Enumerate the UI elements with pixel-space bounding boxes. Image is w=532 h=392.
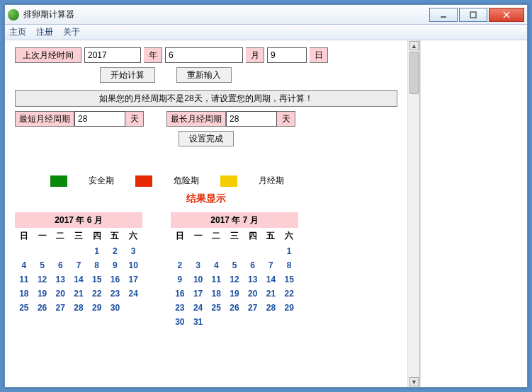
legend-menses: 月经期 [259, 175, 284, 187]
day-cell[interactable]: 18 [207, 287, 225, 301]
day-cell[interactable]: 23 [106, 287, 125, 301]
day-cell[interactable]: 20 [244, 287, 262, 301]
client-area: 上次月经时间 2017 年 6 月 9 日 开始计算 重新输入 如果您的月经周期… [5, 40, 527, 387]
day-cell[interactable]: 6 [51, 258, 69, 272]
menu-about[interactable]: 关于 [63, 26, 80, 38]
calendar-title: 2017 年 6 月 [15, 212, 142, 228]
app-window: 排卵期计算器 主页 注册 关于 上次月经时间 2017 年 6 月 9 日 开始… [4, 4, 528, 388]
day-cell[interactable]: 14 [69, 272, 88, 287]
day-cell[interactable]: 4 [207, 258, 225, 272]
day-cell[interactable]: 21 [262, 287, 281, 301]
day-cell[interactable]: 24 [189, 301, 208, 315]
window-title: 排卵期计算器 [23, 8, 429, 21]
min-cycle-label: 最短月经周期 [15, 111, 74, 127]
weekday-header: 四 [244, 228, 262, 244]
calculate-button[interactable]: 开始计算 [100, 67, 155, 83]
day-cell[interactable]: 30 [171, 315, 189, 329]
min-cycle-input[interactable]: 28 [74, 111, 125, 127]
day-cell[interactable]: 20 [51, 287, 69, 301]
day-cell[interactable]: 2 [171, 258, 189, 272]
day-cell[interactable]: 21 [69, 287, 88, 301]
day-cell[interactable]: 29 [280, 301, 298, 315]
weekday-header: 三 [69, 228, 88, 244]
day-cell[interactable]: 5 [33, 258, 52, 272]
day-cell[interactable]: 17 [189, 287, 208, 301]
day-cell[interactable]: 25 [15, 301, 33, 315]
day-cell[interactable]: 30 [106, 301, 125, 315]
day-cell[interactable]: 22 [280, 287, 298, 301]
scroll-down-icon[interactable]: ▼ [409, 377, 419, 386]
cycle-info: 如果您的月经周期不是28天，请设置您的周期，再计算！ [15, 90, 397, 107]
day-cell[interactable]: 9 [106, 258, 125, 272]
month-unit: 月 [246, 47, 264, 63]
day-cell[interactable]: 27 [244, 301, 262, 315]
day-cell[interactable]: 23 [171, 301, 189, 315]
day-cell[interactable]: 8 [280, 258, 298, 272]
day-cell[interactable]: 19 [33, 287, 52, 301]
scroll-thumb[interactable] [409, 52, 419, 94]
day-cell[interactable]: 7 [69, 258, 88, 272]
minimize-button[interactable] [429, 8, 458, 22]
day-cell[interactable]: 26 [33, 301, 52, 315]
day-cell[interactable]: 31 [189, 315, 208, 329]
day-cell[interactable]: 25 [207, 301, 225, 315]
action-buttons: 开始计算 重新输入 [100, 67, 397, 83]
day-cell[interactable]: 11 [15, 272, 33, 287]
day-cell[interactable]: 13 [51, 272, 69, 287]
reset-button[interactable]: 重新输入 [176, 67, 232, 83]
day-cell[interactable]: 1 [88, 244, 106, 258]
day-cell[interactable]: 28 [262, 301, 281, 315]
day-cell[interactable]: 27 [51, 301, 69, 315]
day-cell[interactable]: 14 [262, 272, 281, 287]
day-cell[interactable]: 26 [225, 301, 244, 315]
day-cell[interactable]: 15 [280, 272, 298, 287]
day-cell[interactable]: 22 [88, 287, 106, 301]
vertical-scrollbar[interactable]: ▲ ▼ [407, 40, 419, 387]
day-cell[interactable]: 11 [207, 272, 225, 287]
day-cell[interactable]: 5 [225, 258, 244, 272]
day-cell[interactable]: 4 [15, 258, 33, 272]
window-controls [429, 8, 524, 22]
content-pane: 上次月经时间 2017 年 6 月 9 日 开始计算 重新输入 如果您的月经周期… [5, 40, 407, 387]
day-cell[interactable]: 6 [244, 258, 262, 272]
day-cell[interactable]: 16 [171, 287, 189, 301]
day-cell[interactable]: 10 [189, 272, 208, 287]
day-cell[interactable]: 8 [88, 258, 106, 272]
menu-home[interactable]: 主页 [9, 26, 26, 38]
day-cell[interactable]: 12 [225, 272, 244, 287]
max-cycle-input[interactable]: 28 [226, 111, 277, 127]
menu-register[interactable]: 注册 [36, 26, 53, 38]
maximize-button[interactable] [459, 8, 487, 22]
day-cell[interactable]: 7 [262, 258, 281, 272]
day-cell[interactable]: 9 [171, 272, 189, 287]
month-input[interactable]: 6 [165, 47, 243, 63]
day-cell[interactable]: 10 [124, 258, 142, 272]
day-cell[interactable]: 3 [189, 258, 208, 272]
day-cell[interactable]: 28 [69, 301, 88, 315]
day-cell[interactable]: 12 [33, 272, 52, 287]
weekday-header: 六 [124, 228, 142, 244]
day-cell[interactable]: 13 [244, 272, 262, 287]
empty-cell [51, 244, 69, 258]
day-cell[interactable]: 16 [106, 272, 125, 287]
weekday-header: 五 [106, 228, 125, 244]
day-cell[interactable]: 29 [88, 301, 106, 315]
scroll-up-icon[interactable]: ▲ [409, 41, 419, 50]
calendars: 2017 年 6 月 日一二三四五六1234567891011121314151… [15, 212, 397, 329]
last-period-label: 上次月经时间 [15, 47, 81, 63]
day-cell[interactable]: 17 [124, 272, 142, 287]
day-cell[interactable]: 19 [225, 287, 244, 301]
menu-bar: 主页 注册 关于 [5, 25, 527, 40]
day-input[interactable]: 9 [267, 47, 307, 63]
result-title: 结果显示 [15, 192, 397, 205]
close-button[interactable] [489, 8, 524, 22]
day-cell[interactable]: 18 [15, 287, 33, 301]
max-cycle-label: 最长月经周期 [166, 111, 226, 127]
set-done-button[interactable]: 设置完成 [179, 131, 234, 146]
day-cell[interactable]: 3 [124, 244, 142, 258]
day-cell[interactable]: 1 [280, 244, 298, 258]
day-cell[interactable]: 2 [106, 244, 125, 258]
day-cell[interactable]: 24 [124, 287, 142, 301]
year-input[interactable]: 2017 [84, 47, 141, 63]
day-cell[interactable]: 15 [88, 272, 106, 287]
